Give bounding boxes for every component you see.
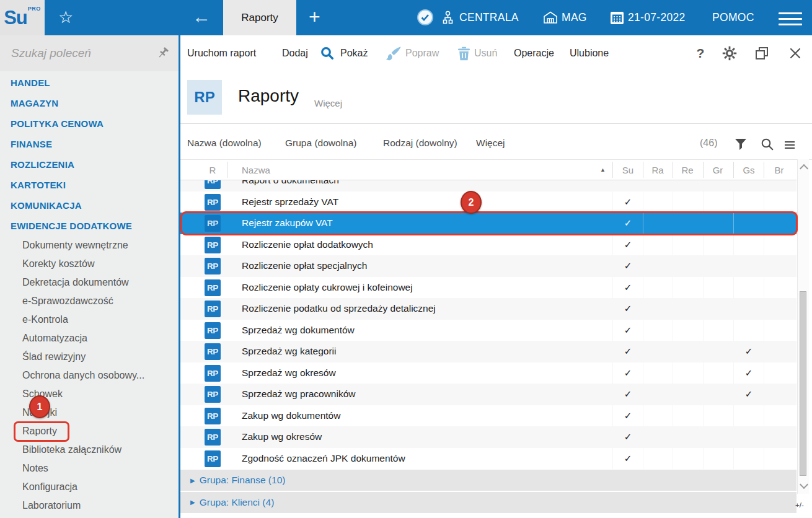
sidebar-item-label: HANDEL (11, 77, 50, 88)
table-row[interactable]: RPRaport o dokumentach (180, 180, 797, 191)
warehouse-selector[interactable]: MAG (562, 0, 587, 35)
close-icon[interactable] (786, 35, 805, 71)
gear-icon[interactable] (720, 35, 739, 71)
table-row[interactable]: RPSprzedaż wg pracowników✓✓ (180, 384, 797, 405)
operations-button[interactable]: Operacje (514, 35, 554, 71)
sidebar-item[interactable]: Notes (0, 459, 179, 478)
column-header-su[interactable]: Su (618, 159, 638, 180)
sidebar-item[interactable]: KARTOTEKI (0, 175, 179, 195)
calendar-icon (610, 11, 624, 27)
favorites-button[interactable]: Ulubione (570, 35, 609, 71)
report-type-icon: RP (205, 429, 221, 446)
sidebar-item[interactable]: Biblioteka załączników (0, 441, 179, 459)
sidebar-item[interactable]: Konfiguracja (0, 478, 179, 496)
sidebar-item[interactable]: Ochrona danych osobowy... (0, 366, 179, 385)
sidebar-item[interactable]: e-Sprawozdawczość (0, 292, 179, 310)
table-row[interactable]: RPRejestr sprzedaży VAT✓ (180, 191, 797, 213)
sidebar-item[interactable]: Automatyzacja (0, 329, 179, 348)
table-row[interactable]: RPZakup wg dokumentów✓ (180, 405, 797, 427)
table-row[interactable]: RPRozliczenie opłat dodatkowych✓ (180, 234, 797, 256)
group-row-finanse[interactable]: ▶ Grupa: Finanse (10) (180, 470, 797, 491)
show-search-icon[interactable] (320, 46, 335, 63)
group-row-klienci[interactable]: ▶ Grupa: Klienci (4) (180, 492, 797, 513)
sidebar-item-label: Dekretacja dokumentów (22, 277, 129, 288)
sidebar-item[interactable]: HANDEL (0, 72, 179, 93)
check-gs: ✓ (739, 384, 759, 405)
edit-button[interactable]: Popraw (405, 35, 439, 71)
sidebar-item[interactable]: POLITYKA CENOWA (0, 113, 179, 134)
filter-name[interactable]: Nazwa (dowolna) (187, 130, 262, 157)
sidebar-item[interactable]: Laboratorium (0, 496, 179, 515)
column-header-nazwa[interactable]: Nazwa (242, 159, 270, 180)
report-name: Zakup wg okresów (242, 426, 322, 448)
show-button[interactable]: Pokaż (340, 35, 368, 71)
module-more-link[interactable]: Więcej (314, 98, 342, 108)
list-menu-icon[interactable] (784, 141, 795, 152)
delete-button[interactable]: Usuń (474, 35, 497, 71)
pin-icon[interactable] (157, 46, 170, 62)
tab-raporty[interactable]: Raporty (223, 0, 296, 35)
command-search-input[interactable]: Szukaj poleceń (0, 35, 179, 71)
back-arrow-icon[interactable]: ← (192, 0, 211, 33)
logo-pro-text: PRO (28, 6, 41, 12)
sidebar-item[interactable]: Dekretacja dokumentów (0, 273, 179, 292)
column-header-br[interactable]: Br (769, 159, 789, 180)
cascade-windows-icon[interactable] (752, 35, 771, 71)
sort-ascending-icon[interactable]: ▲ (600, 167, 606, 173)
new-tab-icon[interactable]: + (309, 0, 320, 33)
scrollbar-thumb[interactable] (800, 291, 806, 476)
sidebar-item[interactable]: Schowek (0, 385, 179, 403)
edit-brush-icon (386, 46, 401, 63)
table-row[interactable]: RPSprzedaż wg kategorii✓✓ (180, 341, 797, 362)
vertical-scrollbar[interactable] (797, 159, 809, 494)
report-name: Sprzedaż wg kategorii (242, 341, 337, 362)
help-menu[interactable]: POMOC (712, 0, 754, 35)
sidebar-item[interactable]: FINANSE (0, 134, 179, 154)
filter-group[interactable]: Grupa (dowolna) (285, 130, 356, 157)
sidebar-item[interactable]: Dokumenty wewnętrzne (0, 236, 179, 255)
filter-more[interactable]: Więcej (476, 130, 505, 157)
sidebar-item[interactable]: Naklejki (0, 403, 179, 422)
scroll-up-icon[interactable] (800, 164, 808, 173)
sidebar-item[interactable]: MAGAZYN (0, 93, 179, 113)
sync-status-icon[interactable] (417, 9, 434, 29)
hamburger-menu-icon[interactable] (779, 12, 802, 29)
column-header-r[interactable]: R (205, 159, 220, 180)
filter-kind[interactable]: Rodzaj (dowolny) (383, 130, 457, 157)
column-header-gr[interactable]: Gr (708, 159, 728, 180)
column-header-ra[interactable]: Ra (648, 159, 668, 180)
report-name: Zgodność oznaczeń JPK dokumentów (242, 448, 405, 470)
sidebar-item[interactable]: e-Kontrola (0, 310, 179, 329)
table-row[interactable]: RPZgodność oznaczeń JPK dokumentów✓ (180, 448, 797, 470)
plus-minus-label: +/- (795, 501, 804, 509)
table-row[interactable]: RPRozliczenie opłat specjalnych✓ (180, 255, 797, 277)
sidebar-item[interactable]: Korekty kosztów (0, 255, 179, 273)
work-date[interactable]: 21-07-2022 (628, 0, 686, 35)
column-header-gs[interactable]: Gs (739, 159, 759, 180)
page-title: Raporty (238, 86, 299, 106)
table-row[interactable]: RPSprzedaż wg okresów✓✓ (180, 362, 797, 384)
sidebar-item-label: Konfiguracja (22, 481, 77, 493)
table-row[interactable]: RPSprzedaż wg dokumentów✓ (180, 320, 797, 341)
expand-arrow-icon[interactable]: ▶ (190, 499, 195, 506)
table-row[interactable]: RPZakup wg okresów✓ (180, 426, 797, 448)
company-selector[interactable]: CENTRALA (459, 0, 519, 35)
favorites-star-icon[interactable]: ☆ (58, 0, 73, 34)
sidebar-item[interactable]: Ślad rewizyjny (0, 348, 179, 366)
table-row[interactable]: RPRozliczenie podatku od sprzedaży detal… (180, 298, 797, 320)
report-type-icon: RP (205, 301, 221, 317)
column-header-re[interactable]: Re (677, 159, 697, 180)
sidebar-item[interactable]: ROZLICZENIA (0, 154, 179, 175)
scroll-down-icon[interactable] (800, 480, 808, 489)
list-search-icon[interactable] (761, 138, 774, 153)
table-row[interactable]: RPRozliczenie opłaty cukrowej i kofeinow… (180, 277, 797, 299)
expand-arrow-icon[interactable]: ▶ (190, 477, 195, 484)
filter-funnel-icon[interactable] (735, 138, 747, 152)
add-button[interactable]: Dodaj (282, 35, 308, 71)
sidebar-item-label: Automatyzacja (22, 333, 87, 344)
sidebar-item[interactable]: KOMUNIKACJA (0, 195, 179, 216)
sidebar-item[interactable]: EWIDENCJE DODATKOWE (0, 216, 179, 236)
report-name: Sprzedaż wg okresów (242, 362, 336, 384)
help-icon[interactable]: ? (691, 35, 710, 71)
run-report-button[interactable]: Uruchom raport (187, 35, 256, 71)
